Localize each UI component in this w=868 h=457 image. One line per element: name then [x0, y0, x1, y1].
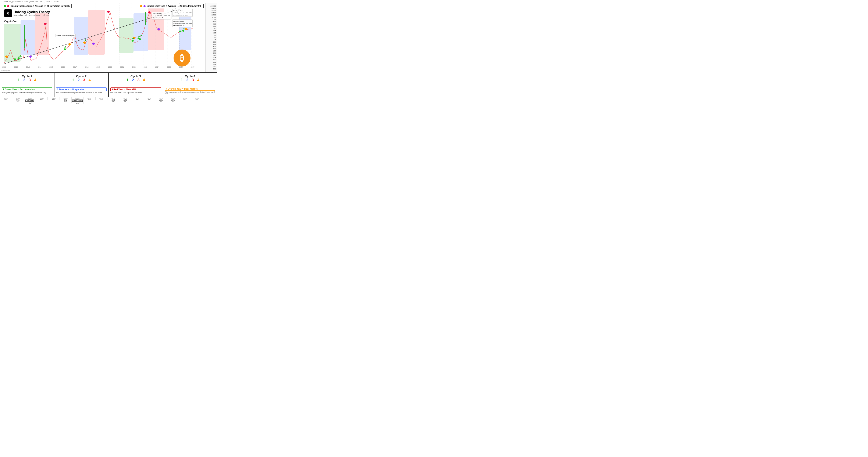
svg-text:2023: 2023	[144, 66, 147, 68]
svg-text:2017: 2017	[73, 66, 77, 68]
cycle2-numbers: 1 2 3 4	[72, 78, 91, 83]
svg-text:2014: 2014	[38, 66, 41, 68]
red-year-subtitle: New ATHs Made | Cycle Top Comes end of Y…	[111, 92, 161, 93]
price-level: 0.01	[207, 68, 216, 70]
cycle4-num1: 1	[181, 78, 183, 83]
svg-text:2019: 2019	[96, 66, 100, 68]
cycle2-box: Cycle 2 1 2 3 4	[55, 73, 109, 84]
price-level: 9.50	[207, 41, 216, 43]
cycle3-numbers: 1 2 3 4	[126, 78, 145, 83]
orange-dot-icon	[140, 5, 142, 7]
svg-marker-43	[85, 39, 87, 41]
svg-text:2018: 2018	[85, 66, 89, 68]
svg-marker-42	[64, 46, 66, 47]
purple-dot-icon	[144, 5, 146, 7]
date-nov2018: Nov 282018	[96, 97, 107, 100]
cycle4-numbers: 1 2 3 4	[181, 78, 199, 83]
main-container: CryptoCon_ published on TradingView.com …	[0, 0, 217, 115]
green-year-subtitle: Best Cycle Buying Prices | Return to Med…	[2, 92, 52, 93]
date-nov2023: Nov 282023July 9th,2023	[155, 97, 167, 103]
chart-title: Halving Cycles Theory	[13, 10, 50, 14]
svg-point-30	[107, 10, 110, 13]
svg-point-37	[29, 56, 32, 58]
cycle2-num4: 4	[89, 78, 91, 83]
svg-text:2015: 2015	[50, 66, 53, 68]
red-year-desc: 3 Red Year = New ATH New ATHs Made | Cyc…	[109, 84, 163, 97]
price-level: 3.30	[207, 45, 216, 47]
price-level: 4700	[207, 16, 216, 18]
cycle3-num1: 1	[126, 78, 128, 83]
svg-point-28	[182, 30, 184, 32]
date-nov2013: Nov 282013	[36, 97, 48, 100]
svg-point-38	[92, 42, 95, 45]
svg-point-39	[157, 28, 160, 30]
svg-point-34	[83, 41, 86, 44]
next-early-top-annotation: Next Early Top ≈ +/- 21 days from July 9…	[152, 12, 172, 19]
blue-year-desc: 2 Blue Year = Preparation Time Spent Aro…	[55, 84, 109, 97]
date-nov2016: Nov 282016Second HalvingJuly 9th,2016	[72, 97, 84, 104]
svg-point-31	[148, 11, 151, 13]
svg-point-29	[44, 23, 46, 25]
next-cycle-bottom-annotation: Next Cycle Bottom ≈ +/- 21 days from Nov…	[172, 20, 193, 27]
top-bar: CryptoCon_ published on TradingView.com …	[0, 0, 217, 3]
price-level: 0.08	[207, 61, 216, 63]
bottom-annotation: Bottom After First Early Top	[56, 34, 76, 37]
cycle1-num4: 4	[34, 78, 36, 83]
orange-year-subtitle: Price becomes undervalued and enters a d…	[165, 91, 216, 94]
platform-label: published on	[12, 0, 24, 3]
tops-bottoms-label: Bitcoin Tops/Bottoms = Average +/- 21 Da…	[10, 5, 70, 7]
price-level: 2.00	[207, 47, 216, 50]
svg-marker-40	[18, 56, 20, 58]
price-level: 205	[207, 30, 216, 32]
cycle4-num2: 2	[186, 78, 188, 83]
bottom-section: Cycle 1 1 2 3 4 Cycle 2 1 2 3 4	[0, 72, 217, 115]
orange-year-desc: 4 Orange Year = Bear Market Price become…	[163, 84, 217, 97]
price-level: 2700	[207, 19, 216, 21]
price-level: 58500	[207, 9, 216, 11]
price-level: 0.04	[207, 63, 216, 65]
blue-year-title: 2 Blue Year = Preparation	[56, 88, 107, 91]
cycle3-num3: 3	[137, 78, 140, 83]
green-year-title: 1 Green Year = Accumulation	[2, 88, 52, 91]
price-level: 125	[207, 32, 216, 34]
date-nov2014: Nov 282014	[48, 97, 60, 100]
date-nov2010: Nov 282010	[0, 97, 12, 100]
green-year-desc: 1 Green Year = Accumulation Best Cycle B…	[0, 84, 55, 97]
cycles-row: Cycle 1 1 2 3 4 Cycle 2 1 2 3 4	[0, 72, 217, 84]
cycle3-num4: 4	[143, 78, 145, 83]
date-nov2021: Nov 282021	[131, 97, 143, 100]
green-dot-icon	[4, 5, 6, 7]
svg-point-26	[139, 38, 141, 40]
publisher-label: CryptoCon_	[2, 0, 12, 3]
svg-text:2025: 2025	[167, 66, 171, 68]
tradingview-badge: TradingView	[1, 70, 10, 72]
cycle1-num2: 2	[23, 78, 25, 83]
svg-text:2027: 2027	[190, 66, 194, 68]
price-level: 1.20	[207, 50, 216, 52]
cycle2-num3: 3	[83, 78, 85, 83]
chart-main: Bitcoin Tops/Bottoms = Average +/- 21 Da…	[0, 3, 205, 72]
logo-area: ₵ Halving Cycles Theory (November 28th C…	[4, 9, 50, 17]
platform-name: TradingView.com	[24, 0, 38, 3]
svg-point-32	[5, 56, 8, 58]
bitcoin-logo-icon: ₿	[174, 50, 190, 66]
early-tops-label: Bitcoin Early Tops = Average +/- 21 Days…	[147, 5, 202, 7]
cycle3-label: Cycle 3	[130, 74, 141, 78]
dates-row: Nov 282010 Nov 282011July 9th,2011 Nov 2…	[0, 97, 217, 107]
legend-top: Bitcoin Tops/Bottoms = Average +/- 21 Da…	[2, 4, 204, 8]
price-level: 260000	[207, 5, 216, 7]
svg-text:2016: 2016	[61, 66, 65, 68]
svg-text:2021: 2021	[120, 66, 124, 68]
svg-text:2013: 2013	[26, 66, 30, 68]
svg-point-24	[132, 40, 134, 42]
chart-area: Bitcoin Tops/Bottoms = Average +/- 21 Da…	[0, 3, 217, 72]
cycle3-num2: 2	[132, 78, 134, 83]
svg-point-22	[18, 57, 20, 59]
svg-point-27	[179, 31, 181, 32]
date-nov2017: Nov 282017	[84, 97, 95, 100]
orange-year-title: 4 Orange Year = Bear Market	[165, 87, 216, 91]
svg-point-21	[14, 59, 16, 60]
svg-marker-47	[183, 28, 185, 29]
price-level: 96000	[207, 7, 216, 9]
date-nov2015: Nov 282015July 9th,2015	[60, 97, 72, 103]
